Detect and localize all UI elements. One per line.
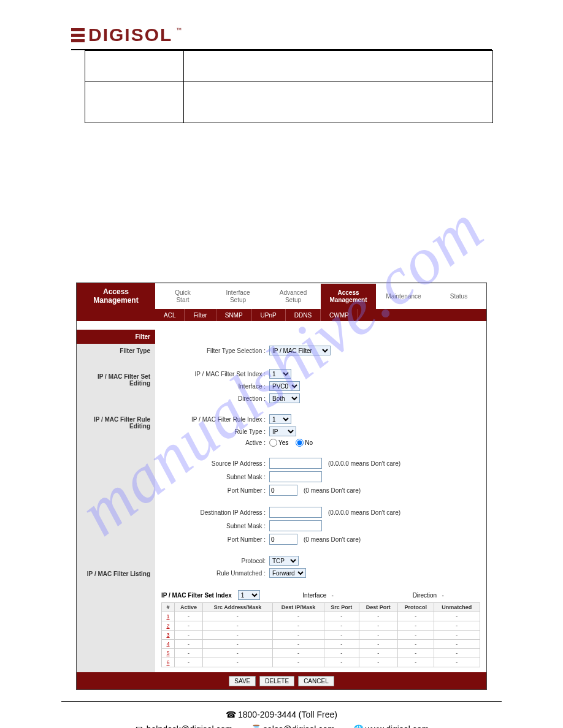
select-listing-setindex[interactable]: 1: [238, 590, 260, 600]
footer-web: www.digisol.com: [366, 724, 429, 728]
radio-active-yes[interactable]: Yes: [269, 439, 288, 447]
table-cell: -: [175, 631, 203, 640]
input-dst-ip[interactable]: [269, 507, 322, 518]
subnav-snmp[interactable]: SNMP: [216, 309, 252, 321]
nav-item-quick-start[interactable]: QuickStart: [155, 283, 210, 309]
subnav-upnp[interactable]: UPnP: [252, 309, 286, 321]
table-cell: -: [324, 631, 359, 640]
section-set-editing: IP / MAC Filter Set Editing: [77, 370, 155, 412]
logo-bars-icon: [71, 28, 85, 42]
table-cell: -: [359, 631, 397, 640]
table-cell: -: [324, 640, 359, 649]
footer-phone: 1800-209-3444 (Toll Free): [238, 710, 337, 719]
row-number[interactable]: 3: [162, 631, 175, 640]
label-dst-ip: Destination IP Address :: [161, 509, 266, 516]
logo-text: DIGISOL: [88, 25, 172, 45]
select-protocol[interactable]: TCP: [269, 556, 299, 566]
table-cell: -: [272, 658, 324, 667]
table-cell: -: [202, 658, 272, 667]
hourglass-icon: ⌛: [251, 722, 261, 728]
select-filter-type[interactable]: IP / MAC Filter: [269, 346, 331, 355]
label-protocol: Protocol:: [161, 558, 266, 564]
left-section-labels: Filter Filter Type IP / MAC Filter Set E…: [77, 330, 155, 672]
th-srcport: Src Port: [324, 603, 359, 612]
listing-direction-label: Direction: [413, 592, 437, 599]
table-cell: -: [359, 612, 397, 621]
subnav-cwmp[interactable]: CWMP: [321, 309, 358, 321]
label-src-port: Port Number :: [161, 487, 266, 494]
th-src: Src Address/Mask: [202, 603, 272, 612]
label-src-ip: Source IP Address :: [161, 460, 266, 467]
action-bar: SAVE DELETE CANCEL: [77, 672, 486, 689]
nav-item-access-management[interactable]: AccessManagement: [321, 283, 376, 309]
label-unmatched: Rule Unmatched :: [161, 570, 266, 577]
row-number[interactable]: 6: [162, 658, 175, 667]
label-direction: Direction :: [161, 395, 266, 402]
select-interface[interactable]: PVC0: [269, 381, 300, 391]
table-cell: -: [202, 612, 272, 621]
row-number[interactable]: 5: [162, 649, 175, 658]
nav-item-status[interactable]: Status: [431, 283, 486, 309]
table-cell: -: [202, 640, 272, 649]
select-direction[interactable]: Both: [269, 393, 300, 403]
table-cell: -: [175, 621, 203, 631]
table-row: 3-------: [162, 631, 480, 640]
hint-dst-port: (0 means Don't care): [304, 536, 361, 543]
delete-button[interactable]: DELETE: [259, 676, 294, 686]
footer-sales: sales@digisol.com: [263, 724, 335, 728]
cancel-button[interactable]: CANCEL: [298, 676, 334, 686]
select-rule-index[interactable]: 1: [269, 414, 291, 424]
input-src-port[interactable]: [269, 485, 297, 496]
th-dest: Dest IP/Mask: [272, 603, 324, 612]
footer-helpdesk: helpdesk@digisol.com: [147, 724, 232, 728]
table-cell: -: [272, 621, 324, 631]
hint-src-ip: (0.0.0.0 means Don't care): [328, 460, 400, 467]
table-cell: -: [324, 658, 359, 667]
th-active: Active: [175, 603, 203, 612]
footer: ☎ 1800-209-3444 (Toll Free) ✉ helpdesk@d…: [31, 708, 532, 728]
subnav-ddns[interactable]: DDNS: [286, 309, 321, 321]
table-row: 1-------: [162, 612, 480, 621]
nav-item-advanced-setup[interactable]: AdvancedSetup: [266, 283, 321, 309]
nav-item-interface-setup[interactable]: InterfaceSetup: [210, 283, 266, 309]
table-cell: -: [202, 649, 272, 658]
table-cell: -: [202, 621, 272, 631]
table-cell: -: [397, 631, 434, 640]
input-dst-port[interactable]: [269, 534, 297, 545]
input-src-ip[interactable]: [269, 458, 322, 469]
select-unmatched[interactable]: Forward: [269, 568, 306, 578]
table-cell: -: [359, 658, 397, 667]
table-row: 2-------: [162, 621, 480, 631]
input-dst-mask[interactable]: [269, 520, 322, 531]
nav-title: Access Management: [77, 283, 155, 309]
save-button[interactable]: SAVE: [229, 676, 256, 686]
listing-interface-label: Interface: [302, 592, 326, 599]
radio-active-no[interactable]: No: [296, 439, 313, 447]
section-rule-editing: IP / MAC Filter Rule Editing: [77, 412, 155, 567]
table-row: 4-------: [162, 640, 480, 649]
select-rule-type[interactable]: IP: [269, 427, 296, 436]
label-interface: Interface :: [161, 383, 266, 390]
section-filter-listing: IP / MAC Filter Listing: [77, 567, 155, 654]
table-cell: -: [434, 621, 480, 631]
logo-tm: ™: [176, 27, 182, 33]
table-cell: -: [272, 631, 324, 640]
table-cell: -: [397, 621, 434, 631]
row-number[interactable]: 4: [162, 640, 175, 649]
table-cell: -: [397, 640, 434, 649]
nav-item-maintenance[interactable]: Maintenance: [376, 283, 431, 309]
primary-nav: Access Management QuickStart InterfaceSe…: [77, 283, 486, 309]
subnav-filter[interactable]: Filter: [185, 309, 216, 321]
table-cell: -: [397, 658, 434, 667]
row-number[interactable]: 2: [162, 621, 175, 631]
section-filter-head: Filter: [77, 330, 155, 344]
row-number[interactable]: 1: [162, 612, 175, 621]
input-src-mask[interactable]: [269, 471, 322, 482]
subnav-acl[interactable]: ACL: [155, 309, 185, 321]
table-cell: -: [397, 612, 434, 621]
table-cell: -: [324, 612, 359, 621]
table-cell: -: [397, 649, 434, 658]
select-set-index[interactable]: 1: [269, 369, 291, 379]
filter-listing-table: # Active Src Address/Mask Dest IP/Mask S…: [161, 602, 480, 667]
table-cell: -: [324, 621, 359, 631]
